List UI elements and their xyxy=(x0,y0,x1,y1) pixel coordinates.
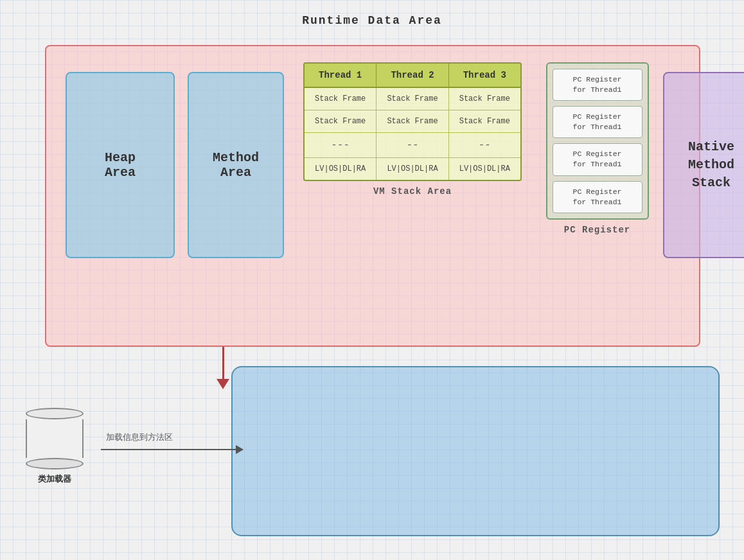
cell-r4c1: LV|OS|DL|RA xyxy=(305,158,376,180)
cylinder-top xyxy=(26,408,84,419)
table-row: --- -- -- xyxy=(305,133,520,158)
thread-header-row: Thread 1 Thread 2 Thread 3 xyxy=(305,64,520,88)
arrow-head xyxy=(217,379,229,389)
pc-register-label: PC Register xyxy=(541,225,653,235)
arrow-right-head xyxy=(236,445,244,454)
cell-r3c3: -- xyxy=(449,133,520,157)
down-arrow xyxy=(217,347,229,389)
page-title: Runtime Data Area xyxy=(0,0,744,27)
heap-label: HeapArea xyxy=(105,150,136,180)
heap-area: HeapArea xyxy=(66,72,175,258)
cell-r1c1: Stack Frame xyxy=(305,88,376,110)
thread2-header: Thread 2 xyxy=(376,64,448,87)
arrow-right-shaft xyxy=(101,449,236,450)
arrow-shaft xyxy=(222,347,224,379)
cylinder-body xyxy=(26,419,84,458)
cylinder-bottom xyxy=(26,458,84,469)
thread-table: Thread 1 Thread 2 Thread 3 Stack Frame S… xyxy=(303,62,522,181)
thread1-header: Thread 1 xyxy=(305,64,376,87)
pc-box-2: PC Registerfor Thread1 xyxy=(553,106,642,138)
runtime-area: HeapArea MethodArea Thread 1 Thread 2 Th… xyxy=(45,45,700,347)
class-loader-label: 类加载器 xyxy=(19,473,90,485)
cell-r2c1: Stack Frame xyxy=(305,110,376,132)
bottom-section: 类型信息 类型信息 运行时常量池 字符串常量池 xyxy=(231,366,720,536)
cell-r3c1: --- xyxy=(305,133,376,157)
arrow-label: 加载信息到方法区 xyxy=(106,432,173,443)
native-method-stack: NativeMethodStack xyxy=(663,72,744,258)
pc-box-4: PC Registerfor Thread1 xyxy=(553,181,642,213)
cell-r4c3: LV|OS|DL|RA xyxy=(449,158,520,180)
pc-box-1: PC Registerfor Thread1 xyxy=(553,69,642,101)
right-arrow xyxy=(101,445,244,454)
pc-boxes-wrapper: PC Registerfor Thread1 PC Registerfor Th… xyxy=(546,62,649,220)
cell-r2c3: Stack Frame xyxy=(449,110,520,132)
method-label: MethodArea xyxy=(213,150,259,180)
cell-r4c2: LV|OS|DL|RA xyxy=(376,158,448,180)
table-row: Stack Frame Stack Frame Stack Frame xyxy=(305,110,520,133)
pc-box-3: PC Registerfor Thread1 xyxy=(553,143,642,175)
cell-r3c2: -- xyxy=(376,133,448,157)
table-row: Stack Frame Stack Frame Stack Frame xyxy=(305,88,520,110)
vmstack-label: VM Stack Area xyxy=(297,186,528,197)
class-loader: 类加载器 xyxy=(19,408,90,485)
cell-r1c3: Stack Frame xyxy=(449,88,520,110)
table-row: LV|OS|DL|RA LV|OS|DL|RA LV|OS|DL|RA xyxy=(305,158,520,180)
method-area: MethodArea xyxy=(188,72,284,258)
vmstack-container: Thread 1 Thread 2 Thread 3 Stack Frame S… xyxy=(297,62,528,316)
thread3-header: Thread 3 xyxy=(449,64,520,87)
pc-register-container: PC Registerfor Thread1 PC Registerfor Th… xyxy=(541,62,653,316)
cell-r2c2: Stack Frame xyxy=(376,110,448,132)
cell-r1c2: Stack Frame xyxy=(376,88,448,110)
